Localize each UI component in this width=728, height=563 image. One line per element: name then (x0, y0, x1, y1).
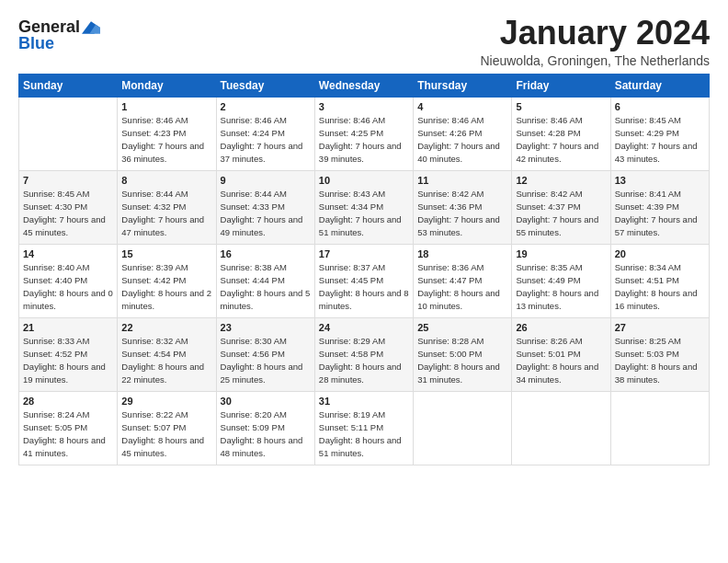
day-number: 16 (221, 248, 311, 259)
sunset: Sunset: 4:29 PM (615, 128, 679, 138)
sunrise: Sunrise: 8:43 AM (319, 189, 385, 199)
calendar-cell: 10Sunrise: 8:43 AMSunset: 4:34 PMDayligh… (314, 170, 413, 244)
daylight: Daylight: 8 hours and 28 minutes. (319, 362, 402, 385)
col-friday: Friday (512, 74, 610, 97)
day-number: 2 (221, 101, 311, 112)
day-info: Sunrise: 8:46 AMSunset: 4:23 PMDaylight:… (121, 114, 211, 167)
daylight: Daylight: 8 hours and 0 minutes. (23, 288, 113, 311)
day-info: Sunrise: 8:34 AMSunset: 4:51 PMDaylight:… (615, 261, 705, 314)
day-info: Sunrise: 8:37 AMSunset: 4:45 PMDaylight:… (319, 261, 409, 314)
header-row: Sunday Monday Tuesday Wednesday Thursday… (19, 74, 710, 97)
day-number: 21 (23, 322, 113, 333)
daylight: Daylight: 7 hours and 57 minutes. (615, 214, 698, 237)
sunrise: Sunrise: 8:44 AM (121, 189, 188, 199)
calendar-cell: 2Sunrise: 8:46 AMSunset: 4:24 PMDaylight… (216, 97, 314, 170)
location: Nieuwolda, Groningen, The Netherlands (480, 53, 710, 68)
sunrise: Sunrise: 8:34 AM (615, 262, 681, 272)
sunset: Sunset: 4:40 PM (23, 275, 87, 285)
col-sunday: Sunday (19, 74, 118, 97)
sunrise: Sunrise: 8:37 AM (319, 262, 385, 272)
day-info: Sunrise: 8:35 AMSunset: 4:49 PMDaylight:… (516, 261, 606, 314)
sunrise: Sunrise: 8:42 AM (516, 189, 582, 199)
day-info: Sunrise: 8:39 AMSunset: 4:42 PMDaylight:… (121, 261, 211, 314)
sunset: Sunset: 4:56 PM (221, 349, 285, 359)
sunset: Sunset: 4:30 PM (23, 201, 87, 212)
sunset: Sunset: 4:28 PM (516, 128, 580, 138)
daylight: Daylight: 7 hours and 42 minutes. (516, 141, 598, 164)
sunrise: Sunrise: 8:40 AM (23, 262, 89, 272)
col-thursday: Thursday (414, 74, 512, 97)
day-number: 19 (516, 248, 606, 259)
sunrise: Sunrise: 8:45 AM (23, 189, 89, 199)
day-number: 8 (121, 175, 211, 186)
calendar-cell: 12Sunrise: 8:42 AMSunset: 4:37 PMDayligh… (512, 170, 610, 244)
calendar-cell: 11Sunrise: 8:42 AMSunset: 4:36 PMDayligh… (414, 170, 512, 244)
calendar-cell: 17Sunrise: 8:37 AMSunset: 4:45 PMDayligh… (314, 244, 413, 317)
sunrise: Sunrise: 8:20 AM (221, 409, 287, 419)
day-number: 31 (319, 396, 409, 407)
daylight: Daylight: 8 hours and 41 minutes. (23, 435, 106, 458)
sunset: Sunset: 4:47 PM (417, 275, 482, 285)
daylight: Daylight: 8 hours and 48 minutes. (221, 435, 303, 458)
sunrise: Sunrise: 8:46 AM (121, 115, 188, 125)
day-info: Sunrise: 8:33 AMSunset: 4:52 PMDaylight:… (23, 335, 113, 387)
sunset: Sunset: 4:49 PM (516, 275, 580, 285)
calendar-week-3: 14Sunrise: 8:40 AMSunset: 4:40 PMDayligh… (19, 244, 710, 317)
sunrise: Sunrise: 8:46 AM (417, 115, 483, 125)
calendar-cell: 29Sunrise: 8:22 AMSunset: 5:07 PMDayligh… (118, 391, 216, 465)
day-number: 6 (615, 101, 705, 112)
sunrise: Sunrise: 8:45 AM (615, 115, 681, 125)
calendar-cell: 6Sunrise: 8:45 AMSunset: 4:29 PMDaylight… (610, 97, 709, 170)
daylight: Daylight: 8 hours and 10 minutes. (417, 288, 500, 311)
daylight: Daylight: 8 hours and 31 minutes. (417, 362, 500, 385)
daylight: Daylight: 7 hours and 39 minutes. (319, 141, 402, 164)
sunrise: Sunrise: 8:29 AM (319, 336, 385, 346)
sunset: Sunset: 4:39 PM (615, 201, 679, 212)
calendar-cell: 22Sunrise: 8:32 AMSunset: 4:54 PMDayligh… (118, 317, 216, 391)
calendar-cell: 28Sunrise: 8:24 AMSunset: 5:05 PMDayligh… (19, 391, 118, 465)
day-number: 26 (516, 322, 606, 333)
calendar-cell: 26Sunrise: 8:26 AMSunset: 5:01 PMDayligh… (512, 317, 610, 391)
sunrise: Sunrise: 8:28 AM (417, 336, 483, 346)
day-info: Sunrise: 8:44 AMSunset: 4:32 PMDaylight:… (121, 188, 211, 240)
sunrise: Sunrise: 8:22 AM (121, 409, 188, 419)
calendar-cell: 23Sunrise: 8:30 AMSunset: 4:56 PMDayligh… (216, 317, 314, 391)
day-number: 9 (221, 175, 311, 186)
day-number: 14 (23, 248, 113, 259)
calendar-cell: 14Sunrise: 8:40 AMSunset: 4:40 PMDayligh… (19, 244, 118, 317)
day-info: Sunrise: 8:32 AMSunset: 4:54 PMDaylight:… (121, 335, 211, 387)
sunset: Sunset: 5:03 PM (615, 349, 679, 359)
page-container: General Blue January 2024 Nieuwolda, Gro… (0, 0, 728, 475)
daylight: Daylight: 8 hours and 34 minutes. (516, 362, 598, 385)
day-number: 30 (221, 396, 311, 407)
day-info: Sunrise: 8:42 AMSunset: 4:36 PMDaylight:… (417, 188, 507, 240)
day-number: 11 (417, 175, 507, 186)
daylight: Daylight: 7 hours and 36 minutes. (121, 141, 204, 164)
daylight: Daylight: 8 hours and 25 minutes. (221, 362, 303, 385)
calendar-week-4: 21Sunrise: 8:33 AMSunset: 4:52 PMDayligh… (19, 317, 710, 391)
day-info: Sunrise: 8:25 AMSunset: 5:03 PMDaylight:… (615, 335, 705, 387)
sunset: Sunset: 4:26 PM (417, 128, 482, 138)
daylight: Daylight: 7 hours and 45 minutes. (23, 214, 106, 237)
day-number: 15 (121, 248, 211, 259)
calendar-cell: 5Sunrise: 8:46 AMSunset: 4:28 PMDaylight… (512, 97, 610, 170)
day-number: 25 (417, 322, 507, 333)
sunset: Sunset: 4:33 PM (221, 201, 285, 212)
sunrise: Sunrise: 8:30 AM (221, 336, 287, 346)
day-number: 24 (319, 322, 409, 333)
sunset: Sunset: 5:09 PM (221, 422, 285, 432)
col-wednesday: Wednesday (314, 74, 413, 97)
title-section: January 2024 Nieuwolda, Groningen, The N… (480, 15, 710, 68)
calendar-cell (610, 391, 709, 465)
day-info: Sunrise: 8:22 AMSunset: 5:07 PMDaylight:… (121, 408, 211, 461)
daylight: Daylight: 8 hours and 8 minutes. (319, 288, 409, 311)
calendar-cell (19, 97, 118, 170)
day-info: Sunrise: 8:26 AMSunset: 5:01 PMDaylight:… (516, 335, 606, 387)
calendar-cell: 4Sunrise: 8:46 AMSunset: 4:26 PMDaylight… (414, 97, 512, 170)
sunrise: Sunrise: 8:19 AM (319, 409, 385, 419)
day-info: Sunrise: 8:44 AMSunset: 4:33 PMDaylight:… (221, 188, 311, 240)
sunset: Sunset: 4:24 PM (221, 128, 285, 138)
day-info: Sunrise: 8:46 AMSunset: 4:28 PMDaylight:… (516, 114, 606, 167)
calendar-cell: 16Sunrise: 8:38 AMSunset: 4:44 PMDayligh… (216, 244, 314, 317)
calendar-cell: 3Sunrise: 8:46 AMSunset: 4:25 PMDaylight… (314, 97, 413, 170)
